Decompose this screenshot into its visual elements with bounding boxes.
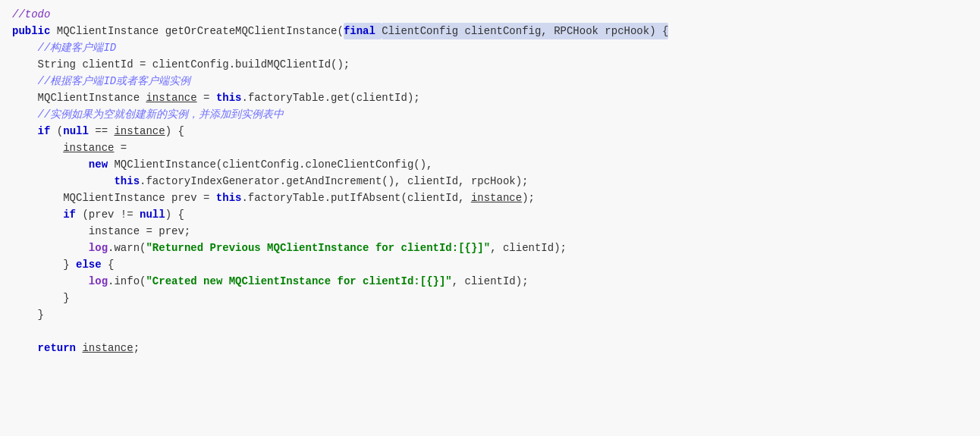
code-line: return instance; bbox=[0, 340, 980, 356]
token: String clientId = clientConfig.buildMQCl… bbox=[12, 56, 350, 73]
token: .warn( bbox=[108, 240, 146, 256]
code-line: MQClientInstance prev = this.factoryTabl… bbox=[0, 190, 980, 206]
token: //构建客户端ID bbox=[12, 39, 116, 56]
token: null bbox=[140, 206, 165, 223]
token: this bbox=[114, 173, 140, 190]
code-line: log.info("Created new MQClientInstance f… bbox=[0, 273, 980, 290]
token bbox=[76, 340, 82, 356]
code-line: instance = bbox=[0, 140, 980, 156]
token: .factoryTable.get(clientId); bbox=[241, 89, 419, 106]
token: instance = prev; bbox=[12, 223, 190, 240]
token: null bbox=[63, 123, 89, 140]
token bbox=[12, 240, 89, 256]
token: MQClientInstance bbox=[57, 23, 165, 39]
token: this bbox=[216, 190, 242, 206]
token: , clientId); bbox=[452, 273, 529, 290]
token: .info( bbox=[108, 273, 146, 290]
code-line: instance = prev; bbox=[0, 223, 980, 240]
token: public bbox=[12, 23, 57, 39]
code-viewer: //todopublic MQClientInstance getOrCreat… bbox=[0, 0, 980, 436]
token: , clientId); bbox=[490, 240, 567, 256]
token: instance bbox=[146, 89, 196, 106]
token: //根据客户端ID或者客户端实例 bbox=[12, 73, 190, 89]
token: else bbox=[76, 256, 102, 273]
token: .factoryIndexGenerator.getAndIncrement()… bbox=[140, 173, 528, 190]
token: MQClientInstance(clientConfig.cloneClien… bbox=[114, 156, 432, 173]
code-line: //todo bbox=[0, 6, 980, 23]
token: ) { bbox=[165, 206, 184, 223]
code-line: //构建客户端ID bbox=[0, 39, 980, 56]
token: getOrCreateMQClientInstance( bbox=[165, 23, 344, 39]
token: log bbox=[89, 273, 108, 290]
token: == bbox=[89, 123, 115, 140]
token: ) { bbox=[165, 123, 184, 140]
token: MQClientInstance prev = bbox=[12, 190, 216, 206]
token: instance bbox=[82, 340, 133, 356]
token: if bbox=[38, 123, 51, 140]
token: = bbox=[197, 89, 216, 106]
token: MQClientInstance bbox=[12, 89, 146, 106]
code-line: } bbox=[0, 290, 980, 306]
token bbox=[12, 206, 63, 223]
code-line bbox=[0, 323, 980, 340]
token: } bbox=[12, 290, 70, 306]
code-line: } else { bbox=[0, 256, 980, 273]
token: return bbox=[38, 340, 76, 356]
token: instance bbox=[471, 190, 522, 206]
token: .factoryTable.putIfAbsent(clientId, bbox=[241, 190, 470, 206]
code-line: //实例如果为空就创建新的实例，并添加到实例表中 bbox=[0, 106, 980, 123]
token: if bbox=[63, 206, 76, 223]
token: (prev != bbox=[76, 206, 140, 223]
token: { bbox=[102, 256, 115, 273]
token bbox=[12, 123, 38, 140]
token: log bbox=[89, 240, 108, 256]
code-line: new MQClientInstance(clientConfig.cloneC… bbox=[0, 156, 980, 173]
token: = bbox=[114, 140, 127, 156]
code-line: //根据客户端ID或者客户端实例 bbox=[0, 73, 980, 89]
token bbox=[12, 273, 89, 290]
token: ( bbox=[50, 123, 63, 140]
code-line: MQClientInstance instance = this.factory… bbox=[0, 89, 980, 106]
token: ); bbox=[522, 190, 535, 206]
token: instance bbox=[114, 123, 165, 140]
code-line: if (prev != null) { bbox=[0, 206, 980, 223]
code-line: String clientId = clientConfig.buildMQCl… bbox=[0, 56, 980, 73]
token: } bbox=[12, 256, 76, 273]
code-line: public MQClientInstance getOrCreateMQCli… bbox=[0, 23, 980, 39]
token bbox=[12, 156, 89, 173]
code-line: } bbox=[0, 306, 980, 323]
code-line: log.warn("Returned Previous MQClientInst… bbox=[0, 240, 980, 256]
code-line: if (null == instance) { bbox=[0, 123, 980, 140]
token: ; bbox=[133, 340, 140, 356]
token: instance bbox=[63, 140, 114, 156]
token: ClientConfig clientConfig, RPCHook rpcHo… bbox=[382, 23, 668, 39]
code-line: this.factoryIndexGenerator.getAndIncreme… bbox=[0, 173, 980, 190]
token bbox=[12, 140, 63, 156]
token: "Created new MQClientInstance for client… bbox=[146, 273, 451, 290]
token bbox=[12, 340, 38, 356]
token: new bbox=[89, 156, 115, 173]
token: final bbox=[344, 23, 382, 39]
token: //实例如果为空就创建新的实例，并添加到实例表中 bbox=[12, 106, 284, 123]
token: } bbox=[12, 306, 44, 323]
token: "Returned Previous MQClientInstance for … bbox=[146, 240, 490, 256]
token: this bbox=[216, 89, 242, 106]
token bbox=[12, 173, 114, 190]
token: //todo bbox=[12, 6, 50, 23]
